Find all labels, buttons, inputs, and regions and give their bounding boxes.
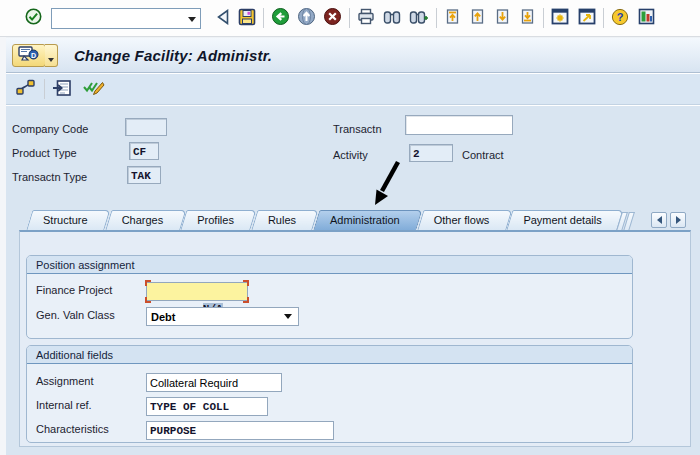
tab-overflow-stub xyxy=(619,212,631,231)
activity-description: Contract xyxy=(462,147,504,163)
group-title: Position assignment xyxy=(27,256,632,274)
toolbar-separator xyxy=(603,8,604,28)
focus-corner xyxy=(145,297,151,303)
toolbar-separator xyxy=(543,8,544,28)
find-next-icon xyxy=(409,8,429,28)
help-button[interactable]: ? xyxy=(610,7,630,30)
shortcut-icon xyxy=(578,8,596,28)
cancel-button[interactable] xyxy=(322,6,343,30)
command-field[interactable] xyxy=(51,8,201,29)
tab-scroll-right-button[interactable] xyxy=(670,212,686,228)
screen-menu-icon: D xyxy=(18,46,40,65)
tab-other-flows[interactable]: Other flows xyxy=(415,210,503,231)
command-dropdown-icon[interactable] xyxy=(188,17,196,22)
gen-valn-class-label: Gen. Valn Class xyxy=(36,309,115,321)
tab-profiles[interactable]: Profiles xyxy=(178,210,247,231)
svg-text:D: D xyxy=(31,51,36,58)
cancel-icon xyxy=(323,7,342,29)
last-page-icon xyxy=(519,8,536,28)
find-next-button[interactable] xyxy=(408,7,430,29)
shortcut-button[interactable] xyxy=(577,7,597,29)
tab-scroll-left-button[interactable] xyxy=(651,212,667,228)
finance-project-field[interactable]: N/A xyxy=(146,282,248,301)
save-button[interactable] xyxy=(237,7,257,30)
find-button[interactable] xyxy=(382,7,402,29)
display-change-button[interactable] xyxy=(14,77,38,101)
toolbar-separator xyxy=(436,8,437,28)
first-page-button[interactable] xyxy=(443,7,462,29)
product-type-field[interactable]: CF xyxy=(129,142,159,160)
enter-icon xyxy=(25,8,42,28)
group-title: Additional fields xyxy=(27,346,632,364)
focus-corner xyxy=(145,280,151,286)
customize-icon xyxy=(638,8,655,28)
toolbar-separator xyxy=(349,8,350,28)
dropdown-value: Debt xyxy=(151,311,175,323)
enter-button[interactable] xyxy=(24,7,43,29)
product-type-label: Product Type xyxy=(12,145,77,161)
additional-fields-group: Additional fields Assignment Collateral … xyxy=(26,345,633,443)
page-title: Change Facility: Administr. xyxy=(74,47,272,64)
customize-button[interactable] xyxy=(637,7,656,29)
company-code-field[interactable] xyxy=(125,118,167,136)
title-bar: D Change Facility: Administr. xyxy=(0,37,700,73)
administration-tab-panel: Position assignment Finance Project N/A … xyxy=(19,230,691,447)
tab-charges[interactable]: Charges xyxy=(103,210,177,231)
finance-project-label: Finance Project xyxy=(36,284,112,296)
position-assignment-group: Position assignment Finance Project N/A … xyxy=(26,255,633,339)
screen-menu-button[interactable]: D xyxy=(12,44,46,67)
scroll-left-icon xyxy=(657,216,662,224)
save-icon xyxy=(238,8,256,29)
print-button[interactable] xyxy=(356,7,376,29)
last-page-button[interactable] xyxy=(518,7,537,29)
exit-icon xyxy=(297,7,316,29)
scroll-right-icon xyxy=(676,216,681,224)
first-page-icon xyxy=(444,8,461,28)
activity-label: Activity xyxy=(333,147,368,163)
tab-structure[interactable]: Structure xyxy=(24,210,101,231)
print-icon xyxy=(357,8,375,28)
characteristics-field[interactable]: PURPOSE xyxy=(146,421,334,440)
previous-page-icon xyxy=(469,8,486,28)
next-page-icon xyxy=(494,8,511,28)
focus-corner xyxy=(243,280,249,286)
back-triangle-icon xyxy=(216,9,230,28)
standard-toolbar: ? xyxy=(0,0,700,37)
tab-rules[interactable]: Rules xyxy=(249,210,309,231)
company-code-label: Company Code xyxy=(12,121,88,137)
check-entries-button[interactable] xyxy=(81,77,106,101)
application-toolbar xyxy=(0,74,700,105)
transactn-field[interactable] xyxy=(405,115,513,135)
goto-details-icon xyxy=(52,79,72,100)
transactn-type-label: Transactn Type xyxy=(12,169,87,185)
window-left-margin xyxy=(0,37,6,455)
toolbar-separator xyxy=(263,8,264,28)
back-button[interactable] xyxy=(270,6,291,30)
find-icon xyxy=(383,8,401,28)
tab-payment-details[interactable]: Payment details xyxy=(504,210,614,231)
internal-ref-label: Internal ref. xyxy=(36,399,92,411)
dropdown-caret-icon xyxy=(48,58,54,62)
assignment-field[interactable]: Collateral Requird xyxy=(146,373,282,392)
display-change-icon xyxy=(15,78,37,100)
screen-menu-dropdown-button[interactable] xyxy=(45,44,58,67)
previous-page-button[interactable] xyxy=(468,7,487,29)
new-session-icon xyxy=(551,8,569,28)
command-input[interactable] xyxy=(55,10,183,27)
back-triangle-button[interactable] xyxy=(215,8,231,29)
goto-details-button[interactable] xyxy=(51,78,73,101)
exit-button[interactable] xyxy=(296,6,317,30)
next-page-button[interactable] xyxy=(493,7,512,29)
back-icon xyxy=(271,7,290,29)
tab-administration[interactable]: Administration xyxy=(311,210,413,231)
svg-text:?: ? xyxy=(617,11,624,23)
dropdown-caret-icon xyxy=(284,314,292,319)
toolbar-separator xyxy=(44,79,45,99)
transactn-type-field[interactable]: TAK xyxy=(127,166,161,184)
internal-ref-field[interactable]: TYPE OF COLL xyxy=(146,397,268,416)
gen-valn-class-dropdown[interactable]: Debt xyxy=(146,307,299,326)
new-session-button[interactable] xyxy=(550,7,570,29)
activity-field[interactable]: 2 xyxy=(409,144,453,162)
tab-strip: Structure Charges Profiles Rules Adminis… xyxy=(24,209,631,231)
assignment-label: Assignment xyxy=(36,375,93,387)
